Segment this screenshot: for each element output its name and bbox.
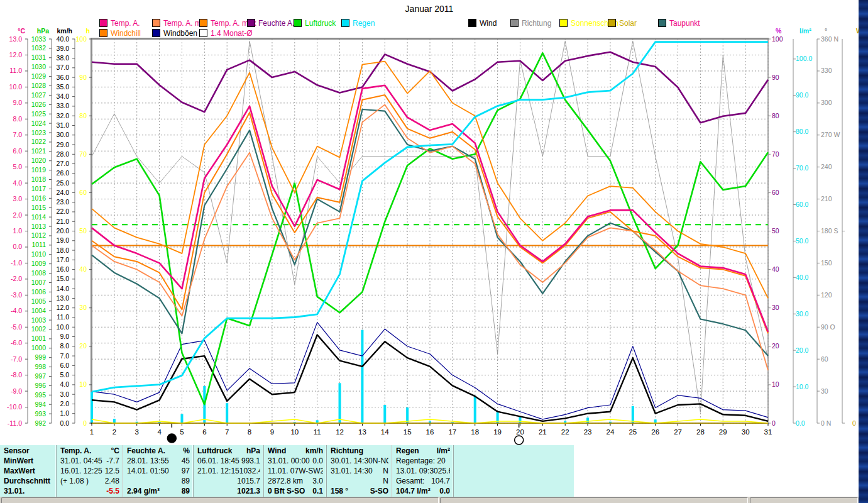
x-axis-day-label: 11 [314,428,321,436]
new-moon-icon [167,434,176,443]
axis-tick-label: 1024 [31,119,47,127]
legend-swatch-icon [99,29,107,37]
axis-tick-label: 90 [79,74,87,81]
axis-tick-label: 40 [79,265,87,273]
axis-tick-label: 1.0 [60,409,69,417]
legend-item-feuchte-a-: Feuchte A. [247,19,294,27]
axis-tick-label: 0.0 [60,419,69,427]
stats-column-regen: Regenl/m²Regentage: 2013.01. 09:3025.6Ge… [391,445,453,497]
stats-row-label: MinWert [4,456,53,466]
axis-tick-label: 4.0 [13,179,22,187]
stats-data-row: N [331,476,388,486]
stats-column-richtung: Richtung30.01. 14:30N-NO31.01. 14:30NN15… [326,445,391,497]
axis-tick-label: -2.0 [11,275,22,282]
x-axis-day-label: 9 [270,428,274,436]
axis-tick-label: -5.0 [11,323,22,331]
legend-swatch-icon [152,19,160,27]
legend-item-solar: Solar [608,19,637,27]
axis-tick-label: 1009 [31,260,47,267]
axis-tick-label: 26.0 [57,169,70,177]
stats-cell: 21.01. 12:15 [197,466,239,476]
stats-data-row: 2.94 g/m³89 [127,486,190,496]
axis-tick-label: 1028 [31,82,47,89]
stats-data-row [458,476,519,486]
axis-tick-label: 1005 [31,297,47,305]
stats-data-row: 89 [127,476,190,486]
x-axis-day-label: 3 [135,428,139,436]
stats-cell: N [383,466,388,476]
axis-tick-label: 40.0 [796,274,809,281]
axis-tick-label: 60 [821,355,828,363]
stats-data-row [458,466,519,476]
axis-tick-label: 19.0 [57,236,70,244]
legend-swatch-icon [658,19,666,27]
rain-bar [158,422,161,423]
axis-tick-label: 70.0 [796,164,809,172]
stats-column-empty [453,445,521,497]
axis-tick-label: 14.0 [57,285,70,292]
axis-tick-label: 1006 [31,288,47,296]
x-axis-day-label: 22 [561,428,569,436]
axis-tick-label: 330 [821,67,832,74]
axis-tick-label: 300 [821,99,832,106]
stats-data-row: 13.01. 09:3025.6 [396,466,450,476]
stats-header: Richtung [331,446,363,456]
axis-tick-label: 1017 [31,185,47,192]
stats-cell: 06.01. 18:45 [197,456,239,466]
axis-tick-label: 70 [79,150,87,158]
axis-tick-label: 998 [35,363,46,370]
stats-header-row: LuftdruckhPa [197,446,260,456]
axis-tick-label: 992 [35,419,46,427]
axis-tick-label: 13.0 [9,35,23,43]
axis-header-: ° [825,27,827,35]
stats-data-row: 0 Bft S-SO0.1 [268,486,323,496]
legend-item-temp-a-: Temp. A. [99,19,140,27]
axis-tick-label: 37.0 [57,64,70,71]
legend-label: Richtung [522,19,551,28]
stats-cell: 1021.3 [237,486,260,496]
stats-data-row: (+ 1.08 )2.48 [60,476,119,486]
stats-header: Luftdruck [197,446,232,456]
x-axis-day-label: 4 [157,428,162,436]
x-axis-day-label: 5 [180,428,184,436]
stats-cell: 2.48 [105,476,119,486]
stats-cell: 11.01. 07W-SW [268,466,321,476]
stats-cell: N-NO [373,456,388,466]
stats-cell: 993.1 [241,456,260,466]
legend-swatch-icon [152,29,160,37]
legend-swatch-icon [559,19,568,27]
x-axis-day-label: 17 [448,428,456,436]
axis-tick-label: 30 [772,304,779,311]
stats-data-row: Regentage: 20 [396,456,450,466]
stats-cell: 3.0 [312,476,323,486]
x-axis-day-label: 27 [674,428,682,436]
axis-tick-label: 13.0 [57,294,70,302]
stats-header: hPa [246,446,260,456]
legend-swatch-icon [294,19,302,27]
axis-tick-label: 1019 [31,166,47,174]
axis-tick-label: 90 [772,74,779,81]
axis-tick-label: 50 [79,227,87,235]
axis-tick-label: 150 [821,259,832,267]
axis-tick-label: -11.0 [8,419,22,427]
legend-swatch-icon [608,19,616,27]
axis-tick-label: 15.0 [57,275,70,282]
stats-data-row: 21.01. 12:151032.4 [197,466,260,476]
axis-tick-label: 1007 [31,279,47,286]
axis-tick-label: 17.0 [57,256,70,263]
axis-tick-label: 1033 [31,35,47,43]
axis-tick-label: 10 [772,380,779,388]
axis-tick-label: 6.0 [60,362,69,369]
axis-header-kmh: km/h [57,27,72,35]
stats-header-row: Regenl/m² [396,446,450,456]
stats-data-row [458,456,519,466]
axis-tick-label: 60 [79,189,87,196]
axis-tick-label: 1012 [31,231,47,239]
axis-header-lm: l/m² [799,27,811,35]
stats-cell: 31.01. 14:30 [331,466,373,476]
rain-bar [609,422,612,423]
axis-tick-label: 34.0 [57,92,70,100]
stats-cell: 0.0 [312,456,323,466]
stats-cell: 158 ° [331,486,348,496]
stats-data-row: 14.01. 01:5097 [127,466,190,476]
